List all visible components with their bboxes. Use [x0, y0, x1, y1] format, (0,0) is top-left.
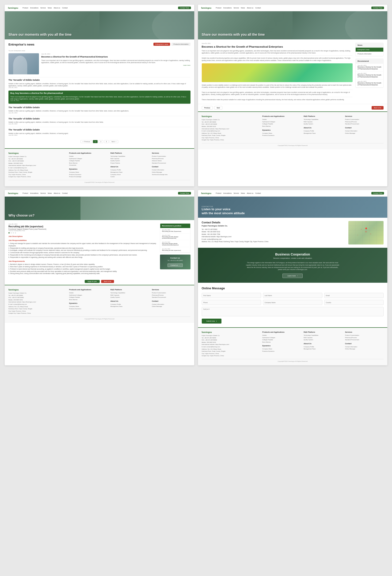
list-item-2[interactable]: Buy, buy becomes a shortcut for the phar… [8, 90, 191, 104]
prev-article-btn[interactable]: Previous [202, 106, 213, 110]
job-main: June 09, 2022 Recruiting job title (supe… [8, 223, 157, 275]
item-5-title: The 'Versatile' of Edible Gelatin [8, 129, 191, 131]
company-input[interactable] [263, 300, 322, 305]
email-input[interactable] [324, 293, 384, 298]
subject-textarea[interactable] [202, 307, 384, 316]
nav-about[interactable]: About us [54, 7, 60, 9]
tab-products[interactable]: Products information [171, 43, 190, 46]
contact-subtitle: CONTACTUS [202, 206, 245, 207]
featured-news: June 09, 2022 Becomes a Shortcut for the… [8, 53, 191, 74]
featured-image [8, 53, 39, 74]
list-item-1[interactable]: The 'Versatile' of Edible Gelatin Gelati… [8, 77, 191, 90]
footer-products-title: Products and Applications [69, 152, 108, 154]
news-tabs: Entreprise's news Products information [153, 43, 190, 46]
rec-pos-4[interactable]: June 09, 2022 Recruiting job title (supe… [160, 247, 190, 253]
nav-links-1: Product Innovations Service News About u… [23, 7, 68, 9]
list-item-4[interactable]: The 'Versatile' of Edible Gelatin Gelati… [8, 116, 191, 127]
submit-label: Submit now [206, 320, 215, 322]
next-btn[interactable]: Next › [110, 140, 118, 143]
detail-article-image [202, 63, 353, 82]
nav3-about[interactable]: About us [54, 192, 60, 194]
nav4-about[interactable]: About us [247, 192, 253, 194]
page-3-btn[interactable]: 3 [104, 140, 109, 143]
footer4-dynamics-title: Dynamics [262, 345, 301, 347]
nav3-news[interactable]: News [48, 192, 52, 194]
back-to-list-btn[interactable]: Back to list [372, 106, 384, 110]
nav-news[interactable]: News [48, 7, 52, 9]
page-2-btn[interactable]: 2 [99, 140, 103, 143]
nav-service[interactable]: Service [40, 7, 46, 9]
footer3-services-title: Services [152, 288, 190, 291]
biz-cooperation-section: Business Cooperation Sincere cooperation… [198, 248, 388, 283]
footer-address: Tel: +86-571-86733982 FAX: +86-571-86733… [8, 158, 66, 178]
pagination-1: ‹ Previous 1 2 3 Next › [8, 138, 191, 145]
nav2-about[interactable]: About us [247, 7, 253, 9]
nav3-service[interactable]: Service [40, 192, 46, 194]
nav3-contact[interactable]: Contact [62, 192, 68, 194]
item-2-title: Buy, buy becomes a shortcut for the phar… [10, 92, 189, 95]
sidebar-products-info[interactable]: Products information [356, 52, 383, 56]
news-sidebar: News Entreprise's news Products informat… [355, 43, 384, 101]
contact-address: Address: No.1-10, Minpo Road, Kaicheng T… [202, 240, 346, 243]
last-name-input[interactable] [263, 293, 322, 298]
nav-innovations[interactable]: Innovations [30, 7, 38, 9]
item-3-desc: Gelatin is often used as a gelling agent… [8, 110, 191, 112]
nav2-innovations[interactable]: Innovations [223, 7, 232, 9]
list-item-3[interactable]: The 'Versatile' of Edible Gelatin Gelati… [8, 105, 191, 116]
recommend-1[interactable]: June 09, 2022 Becomes a Shortcut for the… [356, 64, 383, 72]
country-input[interactable] [324, 300, 384, 305]
rec-pos-3-title: Recruiting-design-abode-infrastructure/d… [162, 243, 188, 246]
cta-btn-1[interactable]: Contact Now [178, 7, 191, 9]
nav4-product[interactable]: Product [216, 192, 222, 194]
submit-btn[interactable]: Submit now [202, 319, 222, 323]
rec-title-1: Becomes a Shortcut for the Growth of Pha… [358, 66, 381, 70]
contact-company: Fujian Fanningou Gelatin Co. [202, 225, 346, 227]
footer3-dynamics-title: Dynamics [69, 302, 108, 304]
rec-pos-2[interactable]: June 09, 2022 Recruiting job title (desi… [160, 233, 190, 240]
recommend-2[interactable]: June 09, 2022 Becomes a Shortcut for the… [356, 72, 383, 80]
nav-contact[interactable]: Contact [62, 7, 68, 9]
biz-learn-more-btn[interactable]: Learn more › [282, 274, 303, 278]
learn-more-link[interactable]: Learn more [41, 64, 191, 66]
footer2-contact-title: Contact [345, 127, 384, 129]
dot-4 [15, 232, 16, 233]
cta-btn-2[interactable]: Contact Now [371, 7, 384, 9]
nav3-product[interactable]: Product [23, 192, 28, 194]
nav2-service[interactable]: Service [233, 7, 239, 9]
page-1-btn[interactable]: 1 [93, 140, 98, 143]
footer-services-title: Services [152, 152, 190, 154]
job-back-btn[interactable]: Back to list [101, 280, 114, 283]
cta-btn-3[interactable]: Contact Now [178, 192, 191, 195]
footer2-about-items: Company ProfileManagement Team [304, 130, 342, 134]
recommend-3[interactable]: June 09, 2022 Becomes a Shortcut for the… [356, 80, 383, 87]
prev-btn[interactable]: ‹ Previous [81, 140, 92, 143]
contact-us-cta[interactable]: Contact us → [168, 263, 183, 267]
item-1-desc: Gelatin is often used as a gelling agent… [8, 83, 191, 87]
nav2-news[interactable]: News [241, 7, 245, 9]
cta-btn-4[interactable]: Contact Now [371, 192, 384, 195]
contact-info: Contact Details Fujian Fanningou Gelatin… [202, 221, 346, 244]
nav-product[interactable]: Product [23, 7, 28, 9]
nav2-product[interactable]: Product [216, 7, 222, 9]
nav4-innovations[interactable]: Innovations [223, 192, 232, 194]
apply-btn[interactable]: Apply for jobs [85, 280, 99, 283]
hero-overlay-2 [283, 11, 387, 39]
why-hero-title: Why choose us? [8, 213, 34, 217]
nav4-service[interactable]: Service [233, 192, 239, 194]
nav4-contact[interactable]: Contact [255, 192, 261, 194]
tab-news[interactable]: Entreprise's news [153, 43, 170, 46]
nav4-news[interactable]: News [241, 192, 245, 194]
footer4-rd-items: Technology CapabilitiesR&D CapacityQuali… [304, 334, 342, 341]
first-name-input[interactable] [202, 293, 261, 298]
phone-input[interactable] [202, 300, 261, 305]
next-article-btn[interactable]: Next [214, 106, 223, 110]
nav2-contact[interactable]: Contact [255, 7, 261, 9]
sidebar-enterprise-news[interactable]: Entreprise's news [356, 48, 383, 52]
rec-pos-1[interactable]: June 09, 2022 Recruiting job title (Supe… [160, 228, 190, 233]
rec-pos-3[interactable]: June 09, 2022 Recruiting-design-abode-in… [160, 240, 190, 247]
cu-title: Contact us [162, 257, 189, 259]
list-item-5[interactable]: The 'Versatile' of Edible Gelatin Gelati… [8, 127, 191, 138]
footer2-products-title: Products and Applications [262, 115, 301, 117]
nav3-innovations[interactable]: Innovations [30, 192, 38, 194]
svg-point-9 [361, 229, 362, 230]
